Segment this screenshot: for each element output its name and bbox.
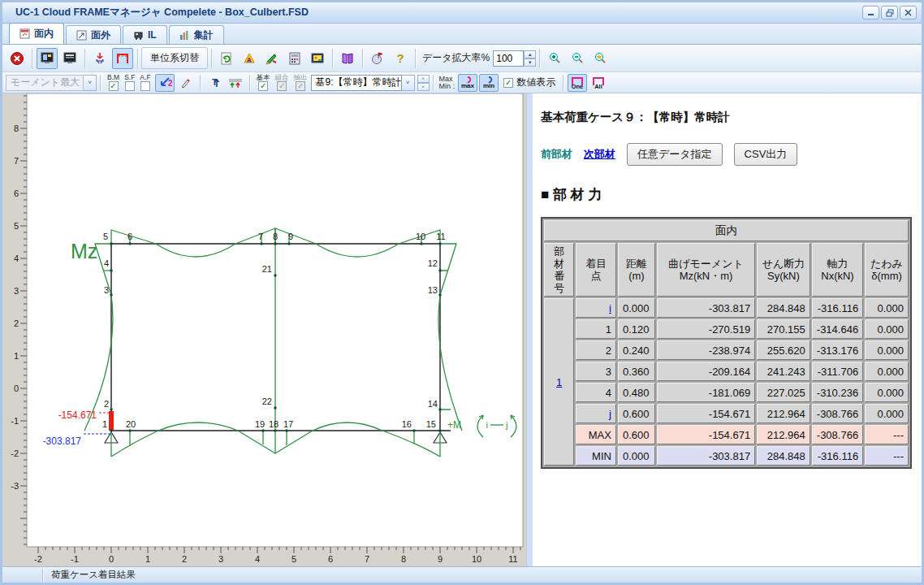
svg-text:11: 11 [508, 554, 517, 564]
show-max-icon[interactable]: max [458, 74, 477, 92]
chevron-down-icon[interactable]: ˅ [84, 75, 97, 91]
svg-text:+M: +M [447, 419, 461, 431]
guide-icon[interactable] [367, 48, 388, 69]
cell-axial: -308.766 [812, 425, 863, 444]
cell-deflection: 0.000 [865, 404, 909, 423]
tab-summary[interactable]: 集計 [169, 25, 224, 44]
af-checkbox[interactable] [140, 81, 150, 91]
sf-checkbox[interactable] [125, 81, 135, 91]
cell-deflection: 0.000 [865, 298, 909, 318]
numeric-display-toggle[interactable]: 数値表示 [503, 76, 555, 89]
cell-point: MAX [576, 425, 616, 444]
help-icon[interactable]: ? [390, 48, 411, 69]
panel-splitter[interactable] [526, 93, 533, 566]
minimize-button[interactable] [862, 6, 879, 20]
support-display-icon[interactable] [226, 74, 245, 92]
point-link[interactable]: i [609, 302, 611, 314]
tab-label: IL [148, 29, 157, 41]
unit-switch-button[interactable]: 単位系切替 [141, 47, 208, 69]
svg-text:5: 5 [291, 554, 296, 564]
csv-export-button[interactable]: CSV出力 [734, 143, 798, 166]
svg-text:-3: -3 [11, 481, 19, 491]
node-number-label: 9 [288, 232, 293, 241]
zoom-out-icon[interactable] [567, 48, 588, 69]
member-number-link[interactable]: 1 [556, 376, 562, 388]
cell-axial: -316.116 [812, 298, 863, 318]
display-settings-icon[interactable]: A [239, 48, 260, 69]
svg-text:6: 6 [328, 554, 333, 564]
basic-checkbox[interactable] [258, 81, 268, 91]
prev-member-link[interactable]: 前部材 [541, 147, 572, 162]
frame-display-icon[interactable] [112, 48, 133, 69]
data-scale-spinbox: ▲▼ [493, 50, 536, 67]
numeric-display-checkbox[interactable] [503, 78, 513, 88]
cell-shear: 212.964 [757, 404, 810, 423]
svg-text:-303.817: -303.817 [43, 436, 82, 447]
chevron-down-icon[interactable]: ˅ [402, 75, 415, 91]
selected-member-highlight [109, 411, 114, 431]
load-step-icon[interactable] [89, 48, 110, 69]
reaction-icon[interactable]: T [205, 74, 224, 92]
load-case-select[interactable]: 基9:【常時】常時計 ˅ [311, 75, 415, 91]
data-scale-input[interactable] [493, 50, 524, 67]
scale-up-button[interactable]: ▲ [524, 50, 536, 58]
svg-text:3: 3 [218, 554, 223, 564]
col-deflection: たわみδ(mm) [865, 243, 909, 297]
node-dot [412, 429, 415, 431]
close-button[interactable] [900, 6, 917, 20]
status-separator [2, 569, 43, 582]
cell-axial: -314.646 [812, 319, 863, 339]
in-plane-tab-icon [19, 28, 30, 39]
reload-data-icon[interactable] [216, 48, 237, 69]
node-number-label: 2 [104, 399, 109, 409]
node-dot [110, 429, 112, 431]
case-up-button[interactable]: ˄ [417, 75, 430, 83]
draw-settings-icon[interactable] [261, 48, 283, 69]
tab-out-of-plane[interactable]: 面外 [66, 25, 121, 44]
arbitrary-data-button[interactable]: 任意データ指定 [627, 143, 723, 166]
result-screen-icon[interactable] [37, 48, 58, 69]
bm-checkbox[interactable] [109, 81, 119, 91]
zoom-in-icon[interactable] [544, 48, 565, 69]
member-force-section-title: ■ 部 材 力 [541, 185, 912, 204]
cell-deflection: 0.000 [865, 383, 909, 402]
restore-button[interactable] [881, 6, 898, 20]
svg-text:-154.671: -154.671 [58, 410, 97, 421]
cell-deflection: --- [865, 425, 909, 444]
screen-capture-icon[interactable] [307, 48, 328, 69]
report-book-icon[interactable] [337, 48, 358, 69]
moment-diagram-canvas[interactable]: -2-101234567891011876543210-1-2-3 [2, 93, 526, 566]
svg-text:-1: -1 [71, 554, 79, 564]
cell-point: 4 [576, 383, 616, 402]
scale-down-button[interactable]: ▼ [524, 58, 536, 67]
svg-text:2: 2 [182, 554, 187, 564]
diagram-panel[interactable]: -2-101234567891011876543210-1-2-3 [2, 93, 526, 566]
tab-il[interactable]: IL [123, 25, 167, 44]
combine-checkbox[interactable] [277, 81, 287, 91]
calculator-icon[interactable] [284, 48, 305, 69]
col-distance: 距離(m) [618, 243, 655, 297]
exit-icon[interactable] [6, 48, 28, 69]
prev-step-icon[interactable]: 2 [155, 74, 175, 92]
cell-deflection: 0.000 [865, 362, 909, 381]
cell-shear: 255.620 [757, 340, 810, 360]
tab-in-plane[interactable]: 面内 [9, 23, 64, 44]
case-down-button[interactable]: ˅ [417, 83, 430, 91]
content-area: -2-101234567891011876543210-1-2-3 [2, 93, 922, 566]
status-bar: 荷重ケース着目結果 [2, 566, 922, 583]
svg-text:A: A [247, 56, 252, 63]
extract-checkbox[interactable] [296, 81, 305, 91]
show-min-icon[interactable]: min [479, 74, 499, 92]
svg-text:7: 7 [14, 156, 19, 166]
print-preview-icon[interactable] [59, 48, 80, 69]
all-frames-icon[interactable]: All [589, 74, 608, 92]
zoom-reset-icon[interactable] [589, 48, 611, 69]
point-link[interactable]: j [609, 408, 611, 420]
cell-moment: -303.817 [657, 446, 755, 466]
table-row: MAX0.600-154.671212.964-308.766--- [544, 425, 909, 444]
cell-axial: -316.116 [812, 446, 863, 466]
one-frame-icon[interactable]: One [568, 74, 587, 92]
pick-member-icon[interactable] [176, 74, 196, 92]
node-dot [274, 406, 276, 409]
next-member-link[interactable]: 次部材 [584, 147, 615, 162]
